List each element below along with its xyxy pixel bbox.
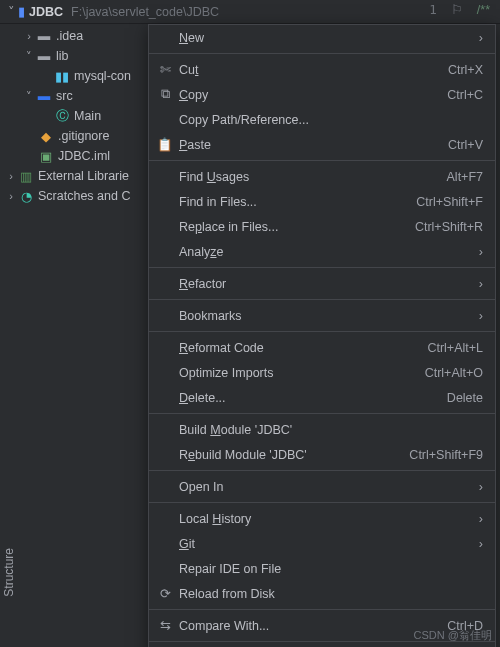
chevron-right-icon: › bbox=[479, 537, 483, 551]
project-path: F:\java\servlet_code\JDBC bbox=[71, 5, 219, 19]
project-icon: ▮ bbox=[18, 4, 25, 19]
project-name: JDBC bbox=[29, 5, 63, 19]
chevron-right-icon: › bbox=[4, 190, 18, 202]
menu-build-module[interactable]: Build Module 'JDBC' bbox=[149, 417, 495, 442]
menu-separator bbox=[149, 413, 495, 414]
menu-separator bbox=[149, 609, 495, 610]
chevron-right-icon: › bbox=[479, 245, 483, 259]
scratches-icon: ◔ bbox=[18, 189, 34, 204]
line-number: 1 bbox=[429, 2, 437, 17]
paste-icon: 📋 bbox=[157, 137, 173, 152]
module-icon: ▣ bbox=[38, 149, 54, 164]
chevron-down-icon: ˅ bbox=[22, 90, 36, 103]
reload-icon: ⟳ bbox=[157, 586, 173, 601]
editor-gutter: 1 ⚐ /** bbox=[429, 2, 490, 17]
chevron-right-icon: › bbox=[4, 170, 18, 182]
menu-reformat[interactable]: Reformat Code Ctrl+Alt+L bbox=[149, 335, 495, 360]
menu-analyze[interactable]: Analyze › bbox=[149, 239, 495, 264]
chevron-right-icon: › bbox=[22, 30, 36, 42]
project-header[interactable]: ˅ ▮ JDBC F:\java\servlet_code\JDBC bbox=[0, 0, 500, 24]
menu-refactor[interactable]: Refactor › bbox=[149, 271, 495, 296]
menu-delete[interactable]: Delete... Delete bbox=[149, 385, 495, 410]
chevron-right-icon: › bbox=[479, 480, 483, 494]
chevron-right-icon: › bbox=[479, 277, 483, 291]
structure-tool-tab[interactable]: Structure bbox=[2, 548, 16, 597]
chevron-down-icon: ˅ bbox=[4, 4, 18, 19]
folder-icon: ▬ bbox=[36, 49, 52, 63]
copy-icon: ⧉ bbox=[157, 87, 173, 102]
menu-separator bbox=[149, 470, 495, 471]
libraries-icon: ▥ bbox=[18, 169, 34, 184]
menu-open-in[interactable]: Open In › bbox=[149, 474, 495, 499]
menu-find-usages[interactable]: Find Usages Alt+F7 bbox=[149, 164, 495, 189]
jar-icon: ▮▮ bbox=[54, 69, 70, 84]
cut-icon: ✄ bbox=[157, 62, 173, 77]
menu-copy[interactable]: ⧉ Copy Ctrl+C bbox=[149, 82, 495, 107]
menu-separator bbox=[149, 53, 495, 54]
comment-text: /** bbox=[477, 3, 490, 17]
class-icon: Ⓒ bbox=[54, 108, 70, 125]
menu-new[interactable]: New › bbox=[149, 25, 495, 50]
watermark: CSDN @翁佳明 bbox=[414, 628, 492, 643]
menu-git[interactable]: Git › bbox=[149, 531, 495, 556]
menu-separator bbox=[149, 299, 495, 300]
menu-reload[interactable]: ⟳ Reload from Disk bbox=[149, 581, 495, 606]
menu-cut[interactable]: ✄ Cut Ctrl+X bbox=[149, 57, 495, 82]
menu-find-in-files[interactable]: Find in Files... Ctrl+Shift+F bbox=[149, 189, 495, 214]
menu-repair[interactable]: Repair IDE on File bbox=[149, 556, 495, 581]
menu-separator bbox=[149, 502, 495, 503]
source-folder-icon: ▬ bbox=[36, 89, 52, 103]
menu-copy-path[interactable]: Copy Path/Reference... bbox=[149, 107, 495, 132]
compare-icon: ⇆ bbox=[157, 618, 173, 633]
menu-replace-in-files[interactable]: Replace in Files... Ctrl+Shift+R bbox=[149, 214, 495, 239]
menu-separator bbox=[149, 331, 495, 332]
context-menu: New › ✄ Cut Ctrl+X ⧉ Copy Ctrl+C Copy Pa… bbox=[148, 24, 496, 647]
gitignore-icon: ◆ bbox=[38, 129, 54, 144]
folder-icon: ▬ bbox=[36, 29, 52, 43]
chevron-down-icon: ˅ bbox=[22, 50, 36, 63]
chevron-right-icon: › bbox=[479, 31, 483, 45]
menu-optimize[interactable]: Optimize Imports Ctrl+Alt+O bbox=[149, 360, 495, 385]
chevron-right-icon: › bbox=[479, 309, 483, 323]
menu-paste[interactable]: 📋 Paste Ctrl+V bbox=[149, 132, 495, 157]
menu-rebuild-module[interactable]: Rebuild Module 'JDBC' Ctrl+Shift+F9 bbox=[149, 442, 495, 467]
menu-local-history[interactable]: Local History › bbox=[149, 506, 495, 531]
bookmark-icon[interactable]: ⚐ bbox=[451, 2, 463, 17]
menu-bookmarks[interactable]: Bookmarks › bbox=[149, 303, 495, 328]
chevron-right-icon: › bbox=[479, 512, 483, 526]
menu-separator bbox=[149, 160, 495, 161]
menu-separator bbox=[149, 267, 495, 268]
